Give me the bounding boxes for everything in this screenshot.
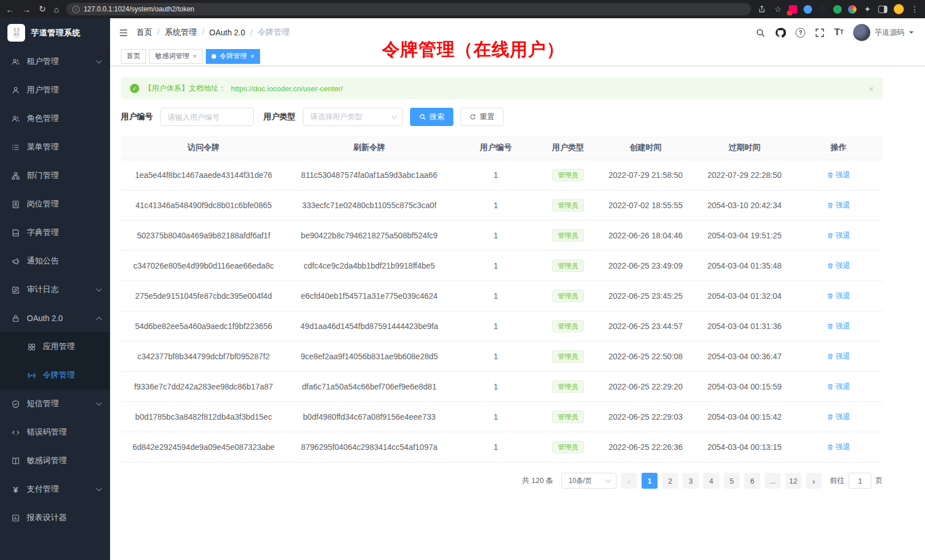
doc-link[interactable]: https://doc.iocoder.cn/user-center/: [231, 84, 343, 93]
trash-icon: [827, 202, 834, 209]
page-button-6[interactable]: 6: [744, 473, 760, 489]
force-logout-label: 强退: [835, 230, 850, 241]
reset-button[interactable]: 重置: [460, 108, 504, 126]
app-logo[interactable]: 芋道管理系统: [0, 18, 110, 47]
sidebar-item-role[interactable]: 角色管理: [0, 104, 110, 133]
refresh-token-cell: be90422b8c7946218275a508bf524fc9: [286, 221, 452, 251]
actions-cell: 强退: [794, 251, 883, 281]
next-page-button[interactable]: ›: [806, 473, 822, 489]
page-button-2[interactable]: 2: [662, 473, 678, 489]
access-token-cell: c347026e805e4d99b0d116eae66eda8c: [121, 251, 286, 281]
close-icon[interactable]: ×: [193, 53, 197, 60]
page-button-12[interactable]: 12: [785, 473, 801, 489]
chevron-down-icon: [96, 400, 102, 406]
extension-dark-icon[interactable]: [818, 5, 827, 14]
sidebar-item-menu[interactable]: 菜单管理: [0, 133, 110, 161]
page-ellipsis[interactable]: ...: [765, 473, 781, 489]
sidebar-item-user[interactable]: 用户管理: [0, 76, 110, 104]
browser-home-icon[interactable]: ⌂: [54, 5, 59, 14]
user-type-badge: 管理员: [552, 229, 584, 242]
search-icon[interactable]: [756, 28, 765, 38]
force-logout-button[interactable]: 强退: [827, 291, 850, 301]
sidebar-item-tenant[interactable]: 租户管理: [0, 47, 110, 76]
page-button-1[interactable]: 1: [642, 473, 658, 489]
page-button-3[interactable]: 3: [683, 473, 699, 489]
extensions-puzzle-icon[interactable]: [848, 5, 857, 14]
fullscreen-icon[interactable]: [815, 28, 825, 38]
pin-extension-icon[interactable]: ✦: [863, 5, 872, 14]
page-button-4[interactable]: 4: [703, 473, 719, 489]
bookmark-star-icon[interactable]: ☆: [773, 5, 782, 14]
sidebar-item-oauth[interactable]: OAuth 2.0: [0, 304, 110, 332]
extension-blue-icon[interactable]: [804, 5, 812, 14]
force-logout-button[interactable]: 强退: [827, 442, 850, 452]
close-icon[interactable]: ×: [250, 53, 254, 60]
force-logout-button[interactable]: 强退: [827, 170, 850, 180]
sidebar-item-dept[interactable]: 部门管理: [0, 161, 110, 190]
sensitive-book-icon: [11, 457, 21, 465]
browser-refresh-icon[interactable]: ↻: [39, 4, 46, 14]
created-time-cell: 2022-06-25 23:45:25: [597, 281, 695, 311]
info-icon[interactable]: i: [72, 6, 80, 13]
browser-url-bar[interactable]: i 127.0.0.1:1024/system/oauth2/token: [66, 3, 751, 15]
user-type-cell: 管理员: [539, 432, 597, 462]
expire-time-cell: 2054-03-10 20:42:34: [695, 190, 794, 221]
browser-menu-icon[interactable]: ⋮: [910, 5, 919, 14]
force-logout-button[interactable]: 强退: [827, 261, 850, 271]
help-icon[interactable]: ?: [796, 28, 805, 38]
sidebar-item-oauth-app[interactable]: 应用管理: [0, 332, 110, 361]
goto-page-input[interactable]: [849, 473, 871, 489]
alert-text: 【用户体系】文档地址：: [144, 83, 226, 94]
share-icon[interactable]: [758, 5, 767, 13]
force-logout-button[interactable]: 强退: [827, 230, 850, 241]
user-menu[interactable]: 芋道源码: [853, 24, 914, 41]
force-logout-button[interactable]: 强退: [827, 351, 850, 362]
active-dot-icon: [212, 54, 216, 59]
user-type-cell: 管理员: [539, 402, 597, 432]
extension-green-icon[interactable]: [833, 5, 842, 14]
breadcrumb-system[interactable]: 系统管理: [165, 27, 204, 38]
sidebar-item-payment[interactable]: ¥ 支付管理: [0, 475, 110, 504]
font-size-icon[interactable]: TT: [834, 28, 843, 37]
sidebar-item-oauth-token[interactable]: 令牌管理: [0, 361, 110, 389]
hamburger-menu-icon[interactable]: [119, 28, 128, 38]
tab-token[interactable]: 令牌管理×: [206, 49, 260, 64]
user-id-cell: 1: [452, 160, 539, 190]
sidebar-item-error-code[interactable]: 错误码管理: [0, 418, 110, 447]
expire-time-cell: 2054-03-04 00:15:59: [695, 372, 794, 402]
browser-forward-icon[interactable]: →: [22, 5, 31, 14]
sidebar-item-post[interactable]: 岗位管理: [0, 190, 110, 218]
sidebar-item-dict[interactable]: 字典管理: [0, 218, 110, 247]
filter-bar: 用户编号 用户类型 请选择用户类型 搜索 重置: [121, 108, 883, 126]
github-icon[interactable]: [775, 27, 786, 38]
browser-profile-avatar[interactable]: [894, 4, 904, 14]
sidebar-item-notice[interactable]: 通知公告: [0, 247, 110, 275]
sidebar-item-audit-log[interactable]: 审计日志: [0, 275, 110, 304]
prev-page-button[interactable]: ‹: [621, 473, 637, 489]
breadcrumb-oauth[interactable]: OAuth 2.0: [209, 28, 253, 37]
force-logout-label: 强退: [835, 382, 850, 392]
sidebar-item-report-designer[interactable]: 报表设计器: [0, 504, 110, 532]
user-id-input[interactable]: [160, 108, 254, 126]
force-logout-button[interactable]: 强退: [827, 321, 850, 331]
actions-cell: 强退: [794, 221, 883, 251]
page-size-select[interactable]: 10条/页: [561, 473, 616, 489]
page-button-5[interactable]: 5: [724, 473, 740, 489]
alert-close-icon[interactable]: ×: [869, 84, 874, 94]
access-token-cell: 6d842e2924594de9a09e45e087323abe: [121, 432, 286, 462]
extension-red-badge-icon[interactable]: [789, 5, 797, 14]
user-type-select[interactable]: 请选择用户类型: [303, 108, 403, 126]
tab-sensitive-words[interactable]: 敏感词管理×: [149, 49, 202, 64]
column-header-expires: 过期时间: [695, 136, 794, 160]
tab-home[interactable]: 首页: [121, 49, 146, 64]
breadcrumb-home[interactable]: 首页: [136, 27, 160, 38]
sidebar-panel-icon[interactable]: [878, 6, 887, 13]
search-button[interactable]: 搜索: [410, 108, 453, 126]
force-logout-label: 强退: [835, 170, 850, 180]
sidebar-item-sms[interactable]: 短信管理: [0, 389, 110, 418]
force-logout-button[interactable]: 强退: [827, 200, 850, 210]
force-logout-button[interactable]: 强退: [827, 412, 850, 422]
force-logout-button[interactable]: 强退: [827, 382, 850, 392]
browser-back-icon[interactable]: ←: [6, 5, 14, 14]
sidebar-item-sensitive-words[interactable]: 敏感词管理: [0, 447, 110, 475]
